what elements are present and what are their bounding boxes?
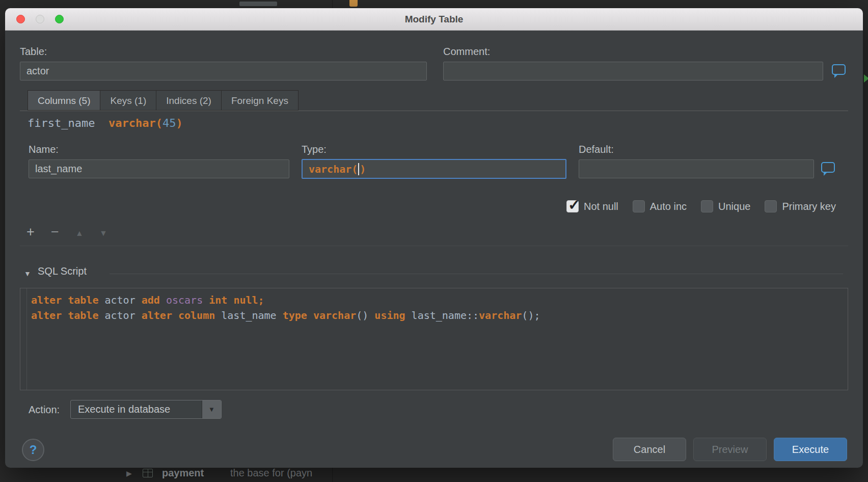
tree-item-comment: the base for (payn	[230, 467, 312, 479]
section-divider	[20, 246, 848, 246]
name-label: Name:	[29, 144, 59, 155]
table-comment-input[interactable]	[443, 62, 823, 81]
background-run-icon	[864, 74, 868, 83]
collapse-triangle-icon[interactable]: ▼	[24, 270, 31, 278]
tree-item-name: payment	[162, 467, 204, 479]
column-flags: Not null Auto inc Unique Primary key	[552, 200, 836, 212]
checkbox-label: Primary key	[782, 201, 836, 212]
execute-button[interactable]: Execute	[774, 438, 847, 461]
code-token: alter column	[142, 309, 215, 322]
sql-line: alter table actor alter column last_name…	[31, 308, 540, 323]
sql-script-rule	[110, 274, 843, 274]
table-icon	[143, 469, 153, 477]
comment-label: Comment:	[443, 46, 490, 58]
code-token: varchar	[479, 309, 522, 322]
code-token: type	[283, 309, 307, 322]
tabs-divider	[20, 111, 848, 111]
dialog-title: Modify Table	[5, 8, 863, 31]
code-token: varchar	[313, 309, 356, 322]
table-name-input[interactable]: actor	[20, 62, 427, 81]
editor-tabs: Columns (5) Keys (1) Indices (2) Foreign…	[28, 90, 299, 111]
tab-indices[interactable]: Indices (2)	[156, 90, 222, 111]
checkbox-auto-inc[interactable]: Auto inc	[633, 200, 687, 212]
checkbox-label: Auto inc	[650, 201, 687, 212]
type-label: Type:	[302, 144, 327, 155]
code-token: ();	[522, 309, 540, 322]
column-summary[interactable]: first_name varchar(45)	[28, 117, 183, 129]
column-name-input[interactable]: last_name	[29, 159, 289, 178]
column-type-input[interactable]: varchar( )	[302, 159, 566, 179]
cancel-button[interactable]: Cancel	[613, 438, 686, 461]
tree-expander-icon[interactable]: ▶	[126, 469, 132, 477]
sql-script-title[interactable]: SQL Script	[38, 265, 87, 277]
code-token: )	[176, 117, 182, 129]
code-token: alter table	[31, 309, 98, 322]
checkbox-label: Not null	[584, 201, 618, 212]
add-column-button[interactable]: +	[26, 225, 35, 239]
type-value-before-caret: varchar(	[309, 163, 358, 175]
code-token: int	[209, 294, 227, 306]
code-token: actor	[98, 294, 141, 306]
code-token: varchar(	[108, 117, 162, 129]
code-token: actor	[98, 309, 141, 322]
code-token	[227, 294, 233, 306]
code-token: null;	[233, 294, 264, 306]
code-token: last_name::	[405, 309, 479, 322]
zoom-window-button[interactable]	[55, 15, 64, 23]
chevron-down-icon[interactable]: ▼	[202, 400, 221, 418]
background-toolbar-icon	[349, 0, 358, 7]
minimize-window-button[interactable]	[36, 15, 44, 23]
sql-line: alter table actor add oscars int null;	[31, 292, 540, 308]
checkbox-box[interactable]	[701, 200, 713, 212]
background-cut-text	[239, 2, 277, 6]
sql-script-editor[interactable]: alter table actor add oscars int null;al…	[20, 288, 848, 390]
checkbox-box[interactable]	[633, 200, 645, 212]
code-token: ()	[356, 309, 374, 322]
code-token: alter table	[31, 294, 98, 306]
checkbox-box[interactable]	[765, 200, 777, 212]
tab-keys[interactable]: Keys (1)	[100, 90, 156, 111]
code-token: using	[374, 309, 405, 322]
sql-code: alter table actor add oscars int null;al…	[31, 292, 540, 323]
action-dropdown-value: Execute in database	[71, 400, 202, 418]
code-token: add	[142, 294, 160, 306]
remove-column-button[interactable]: −	[51, 225, 59, 239]
tab-columns[interactable]: Columns (5)	[28, 90, 100, 111]
code-token: 45	[162, 117, 176, 129]
modify-table-dialog: Modify Table Table: Comment: actor Colum…	[5, 8, 863, 468]
code-token	[307, 309, 313, 322]
code-token: last_name	[215, 309, 282, 322]
code-token: oscars	[166, 294, 203, 306]
preview-button[interactable]: Preview	[693, 438, 767, 461]
help-button[interactable]: ?	[22, 439, 44, 461]
code-token	[160, 294, 166, 306]
tab-foreign-keys[interactable]: Foreign Keys	[221, 90, 299, 111]
code-token	[95, 117, 108, 129]
comment-bubble-icon[interactable]	[832, 64, 846, 75]
move-down-button[interactable]: ▼	[99, 229, 107, 237]
close-window-button[interactable]	[16, 15, 25, 23]
default-comment-bubble-icon[interactable]	[821, 162, 835, 173]
background-panel-divider-top	[332, 0, 333, 8]
type-value-after-caret: )	[360, 163, 366, 175]
action-label: Action:	[29, 404, 60, 416]
code-token	[203, 294, 209, 306]
checkbox-not-null[interactable]: Not null	[566, 200, 618, 212]
table-label: Table:	[20, 46, 47, 58]
checkbox-label: Unique	[718, 201, 750, 212]
checkbox-box[interactable]	[566, 200, 579, 212]
move-up-button[interactable]: ▲	[75, 229, 84, 237]
titlebar[interactable]: Modify Table	[5, 8, 863, 31]
action-dropdown[interactable]: Execute in database ▼	[70, 400, 222, 419]
column-default-input[interactable]	[579, 159, 814, 178]
text-caret	[358, 163, 359, 175]
checkbox-primary-key[interactable]: Primary key	[765, 200, 836, 212]
code-token: first_name	[28, 117, 95, 129]
checkbox-unique[interactable]: Unique	[701, 200, 750, 212]
default-label: Default:	[579, 144, 614, 155]
